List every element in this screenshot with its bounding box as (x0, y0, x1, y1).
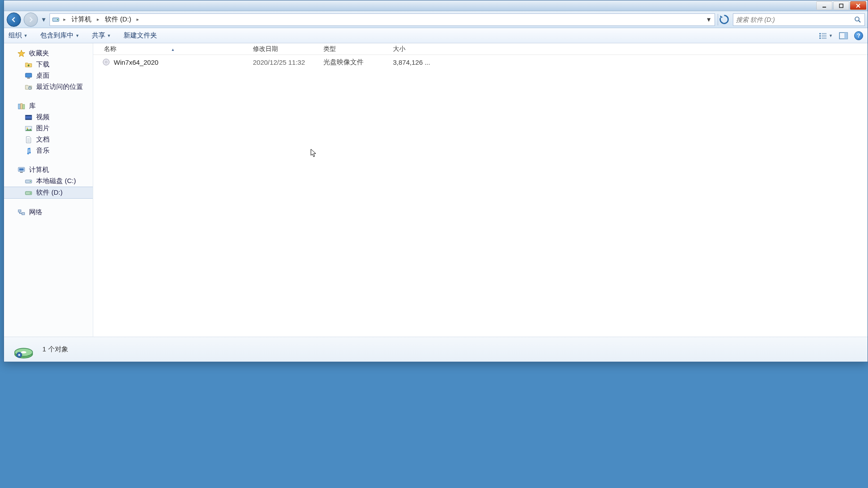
network-icon (17, 209, 25, 217)
svg-rect-25 (25, 119, 32, 120)
explorer-window: ▾ ▸ 计算机 ▸ 软件 (D:) ▸ ▾ 组织▼ (4, 0, 868, 362)
help-button[interactable]: ? (854, 31, 863, 40)
breadcrumb-separator-icon: ▸ (135, 17, 141, 22)
close-button[interactable] (850, 1, 866, 10)
breadcrumb-segment[interactable]: 计算机 (70, 14, 93, 25)
breadcrumb-segment[interactable]: 软件 (D:) (103, 14, 133, 25)
organize-label: 组织 (8, 31, 22, 40)
svg-point-5 (57, 19, 58, 20)
recent-places-icon (25, 83, 33, 91)
navigation-pane[interactable]: 收藏夹 下载 桌面 最近访问的位置 库 (4, 43, 93, 337)
forward-button[interactable] (24, 13, 38, 27)
share-button[interactable]: 共享▼ (92, 31, 111, 40)
sidebar-favorites-header[interactable]: 收藏夹 (4, 48, 93, 59)
svg-rect-17 (27, 78, 30, 79)
documents-icon (25, 136, 33, 144)
mouse-cursor-icon (310, 149, 318, 158)
address-dropdown-icon[interactable]: ▾ (705, 15, 713, 24)
column-type[interactable]: 类型 (319, 45, 389, 53)
sidebar-item-label: 最近访问的位置 (36, 83, 83, 91)
preview-pane-button[interactable] (839, 32, 848, 39)
sidebar-item-drive-d[interactable]: 软件 (D:) (4, 187, 93, 199)
sidebar-item-desktop[interactable]: 桌面 (4, 70, 93, 81)
svg-rect-33 (20, 172, 23, 173)
sidebar-item-music[interactable]: 音乐 (4, 145, 93, 156)
drive-large-icon (13, 339, 34, 360)
navigation-row: ▾ ▸ 计算机 ▸ 软件 (D:) ▸ ▾ (4, 11, 868, 28)
include-label: 包含到库中 (40, 31, 74, 40)
file-size: 3,874,126 ... (389, 58, 868, 66)
sidebar-item-drive-c[interactable]: 本地磁盘 (C:) (4, 175, 93, 187)
sidebar-item-pictures[interactable]: 图片 (4, 123, 93, 134)
sidebar-item-documents[interactable]: 文档 (4, 134, 93, 145)
search-icon[interactable] (854, 16, 862, 24)
sidebar-libraries-header[interactable]: 库 (4, 100, 93, 112)
sidebar-item-recent[interactable]: 最近访问的位置 (4, 81, 93, 92)
include-in-library-button[interactable]: 包含到库中▼ (40, 31, 79, 40)
folder-icon (25, 61, 33, 69)
svg-rect-10 (819, 35, 821, 37)
sidebar-network-header[interactable]: 网络 (4, 207, 93, 218)
svg-point-6 (855, 17, 859, 21)
status-text: 1 个对象 (42, 345, 68, 354)
desktop-icon (25, 72, 33, 80)
maximize-button[interactable] (833, 1, 849, 10)
disc-image-icon (102, 58, 110, 66)
svg-rect-24 (25, 115, 32, 116)
svg-rect-11 (822, 35, 827, 37)
sidebar-item-label: 本地磁盘 (C:) (36, 177, 76, 185)
toolbar: 组织▼ 包含到库中▼ 共享▼ 新建文件夹 ▼ ? (4, 28, 868, 43)
sidebar-item-label: 音乐 (36, 146, 50, 155)
content-pane[interactable]: 名称 ▴ 修改日期 类型 大小 Win7x64_2020 2020/12/25 … (93, 43, 868, 337)
refresh-button[interactable] (718, 14, 730, 25)
sidebar-item-label: 视频 (36, 113, 50, 121)
nav-history-dropdown[interactable]: ▾ (41, 15, 47, 24)
pictures-icon (25, 125, 33, 133)
svg-rect-15 (844, 33, 847, 39)
svg-point-35 (30, 181, 31, 182)
file-name: Win7x64_2020 (114, 58, 158, 66)
body: 收藏夹 下载 桌面 最近访问的位置 库 (4, 43, 868, 337)
sidebar-computer-header[interactable]: 计算机 (4, 164, 93, 175)
status-bar: 1 个对象 (4, 337, 868, 362)
svg-rect-1 (839, 4, 843, 8)
column-date[interactable]: 修改日期 (248, 45, 319, 53)
sidebar-item-downloads[interactable]: 下载 (4, 59, 93, 70)
sidebar-item-label: 桌面 (36, 71, 50, 80)
svg-rect-22 (23, 104, 25, 109)
search-input[interactable] (736, 16, 854, 23)
sidebar-label: 库 (29, 102, 36, 110)
file-date: 2020/12/25 11:32 (248, 58, 319, 66)
sidebar-label: 计算机 (29, 166, 49, 174)
column-label: 名称 (104, 45, 116, 52)
sidebar-item-label: 文档 (36, 135, 50, 144)
file-type: 光盘映像文件 (319, 58, 389, 67)
organize-button[interactable]: 组织▼ (8, 31, 28, 40)
svg-rect-20 (18, 104, 20, 109)
minimize-button[interactable] (816, 1, 832, 10)
sidebar-label: 网络 (29, 208, 42, 217)
file-row[interactable]: Win7x64_2020 2020/12/25 11:32 光盘映像文件 3,8… (93, 55, 868, 69)
svg-rect-21 (21, 104, 22, 109)
share-label: 共享 (92, 31, 105, 40)
breadcrumb-separator-icon: ▸ (62, 17, 68, 22)
back-button[interactable] (7, 13, 21, 27)
search-box[interactable] (733, 13, 865, 26)
svg-rect-38 (18, 210, 21, 212)
svg-line-7 (859, 21, 860, 22)
svg-point-27 (27, 127, 28, 129)
svg-rect-9 (822, 33, 827, 34)
view-mode-button[interactable]: ▼ (819, 32, 833, 39)
sidebar-item-label: 软件 (D:) (36, 188, 62, 197)
sidebar-item-label: 下载 (36, 60, 50, 69)
svg-rect-16 (25, 73, 32, 77)
new-folder-button[interactable]: 新建文件夹 (124, 31, 157, 40)
sidebar-label: 收藏夹 (29, 49, 49, 58)
column-label: 大小 (393, 45, 405, 52)
address-bar[interactable]: ▸ 计算机 ▸ 软件 (D:) ▸ ▾ (50, 13, 715, 26)
column-size[interactable]: 大小 (389, 45, 868, 53)
sidebar-item-videos[interactable]: 视频 (4, 112, 93, 123)
drive-icon (52, 16, 60, 24)
svg-rect-32 (19, 168, 24, 171)
column-name[interactable]: 名称 ▴ (93, 45, 248, 53)
